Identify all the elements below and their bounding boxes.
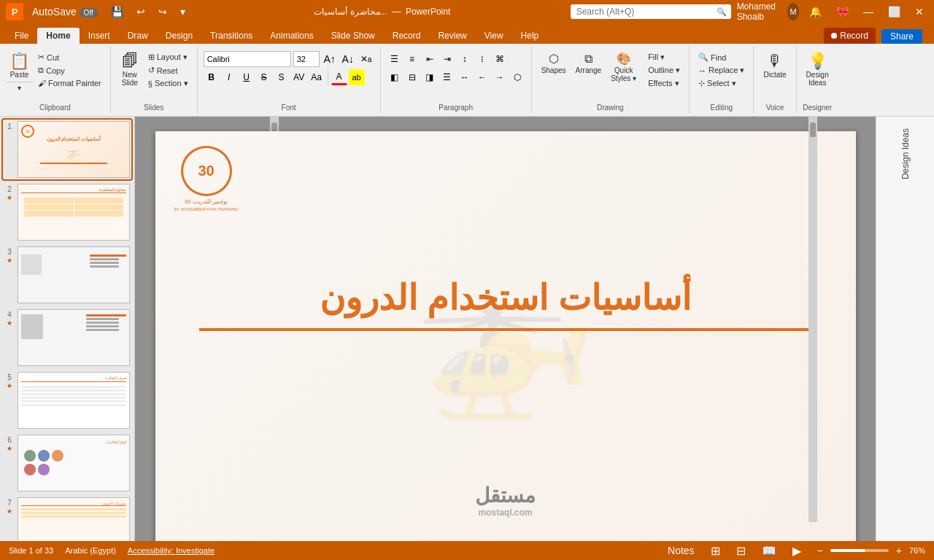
layout-button[interactable]: ⊞ Layout ▾ <box>145 51 191 63</box>
font-color-button[interactable]: A <box>331 69 347 85</box>
font-size-input[interactable] <box>293 51 320 67</box>
arrange-icon: ⧉ <box>584 53 593 65</box>
undo-button[interactable]: ↩ <box>132 4 150 19</box>
decrease-font-button[interactable]: A↓ <box>340 51 356 67</box>
tab-animations[interactable]: Animations <box>261 28 322 44</box>
slides-panel[interactable]: 1 أساسيات استخدام الدرون 🚁 30 2★ محتوى ا… <box>0 117 135 541</box>
convert-to-smartart-button[interactable]: ⬡ <box>509 69 525 85</box>
customize-qat-button[interactable]: ▾ <box>176 4 190 19</box>
slide-sorter-button[interactable]: ⊟ <box>732 542 750 559</box>
zoom-out-button[interactable]: − <box>813 543 827 558</box>
tab-transitions[interactable]: Transitions <box>201 28 261 44</box>
record-button-header[interactable]: Record <box>824 28 876 44</box>
smart-art-button[interactable]: ⌘ <box>492 51 508 67</box>
slide-item-3[interactable]: 3★ <box>3 245 131 305</box>
decrease-indent-button[interactable]: ⇤ <box>422 51 438 67</box>
new-slide-button[interactable]: 🗐 NewSlide <box>117 51 143 89</box>
share-button[interactable]: Share <box>881 29 922 44</box>
notification-button[interactable]: 🔔 <box>805 4 826 19</box>
user-name: Mohamed Shoaib <box>737 1 782 22</box>
justify-button[interactable]: ☰ <box>439 69 455 85</box>
rtl-button[interactable]: ← <box>474 69 490 85</box>
increase-font-button[interactable]: A↑ <box>322 51 338 67</box>
tab-insert[interactable]: Insert <box>80 28 119 44</box>
zoom-slider[interactable] <box>830 549 889 552</box>
design-ideas-button[interactable]: 💡 DesignIdeas <box>803 51 833 89</box>
shape-fill-button[interactable]: Fill ▾ <box>645 51 683 63</box>
align-right-button[interactable]: ◨ <box>422 69 438 85</box>
design-ideas-panel-button[interactable]: Design Ideas <box>898 122 914 185</box>
shapes-button[interactable]: ⬡ Shapes <box>538 51 570 77</box>
slide-item-6[interactable]: 6★ أنواع الطائرات <box>3 433 131 493</box>
slide-item-1[interactable]: 1 أساسيات استخدام الدرون 🚁 30 <box>3 120 131 179</box>
dictate-button[interactable]: 🎙 Dictate <box>760 51 790 81</box>
underline-button[interactable]: U <box>239 69 255 85</box>
tab-design[interactable]: Design <box>157 28 201 44</box>
tab-home[interactable]: Home <box>37 28 79 44</box>
tab-review[interactable]: Review <box>429 28 475 44</box>
tab-help[interactable]: Help <box>512 28 548 44</box>
line-spacing-button[interactable]: ↕ <box>457 51 473 67</box>
arrange-button[interactable]: ⧉ Arrange <box>572 51 606 77</box>
zoom-in-button[interactable]: + <box>892 543 906 558</box>
tab-view[interactable]: View <box>476 28 512 44</box>
zoom-controls: − + 76% <box>813 543 925 558</box>
bold-button[interactable]: B <box>204 69 220 85</box>
search-input[interactable] <box>571 4 731 19</box>
increase-indent-button[interactable]: ⇥ <box>439 51 455 67</box>
tab-draw[interactable]: Draw <box>119 28 157 44</box>
font-name-input[interactable] <box>204 51 291 67</box>
text-direction-button[interactable]: ↔ <box>457 69 473 85</box>
paragraph-group-label: Paragraph <box>381 104 531 112</box>
cut-button[interactable]: ✂ Cut <box>35 51 104 63</box>
paste-button[interactable]: 📋 Paste <box>6 51 33 81</box>
paste-dropdown[interactable]: ▾ <box>15 83 24 93</box>
slide-item-4[interactable]: 4★ <box>3 308 131 368</box>
restore-button[interactable]: ⬜ <box>884 4 905 19</box>
ltr-button[interactable]: → <box>492 69 508 85</box>
normal-view-button[interactable]: ⊞ <box>706 542 725 559</box>
change-case-button[interactable]: Aa <box>309 69 325 85</box>
copy-button[interactable]: ⧉ Copy <box>35 64 104 77</box>
highlight-button[interactable]: ab <box>349 69 365 85</box>
tab-record[interactable]: Record <box>384 28 430 44</box>
slide-item-2[interactable]: 2★ محتوى المحاضرة <box>3 182 131 242</box>
italic-button[interactable]: I <box>221 69 237 85</box>
replace-button[interactable]: ↔ Replace ▾ <box>695 64 747 77</box>
clear-format-button[interactable]: ✕a <box>358 51 374 67</box>
notes-button[interactable]: Notes <box>663 543 699 558</box>
minimize-button[interactable]: — <box>859 4 878 19</box>
format-painter-button[interactable]: 🖌 Format Painter <box>35 77 104 89</box>
save-button[interactable]: 💾 <box>107 4 128 19</box>
slide-item-7[interactable]: 7★ مميزات الدرون <box>3 496 131 541</box>
quick-styles-button[interactable]: 🎨 QuickStyles ▾ <box>607 51 640 85</box>
align-left-button[interactable]: ◧ <box>387 69 403 85</box>
char-spacing-button[interactable]: AV <box>291 69 307 85</box>
select-button[interactable]: ⊹ Select ▾ <box>695 77 747 90</box>
slide-item-5[interactable]: 5★ تعريف الطائرة <box>3 370 131 430</box>
shape-outline-button[interactable]: Outline ▾ <box>645 64 683 77</box>
ribbon-display-button[interactable]: 🎀 <box>832 4 853 19</box>
reset-button[interactable]: ↺ Reset <box>145 64 191 77</box>
reading-view-button[interactable]: 📖 <box>757 542 781 559</box>
find-button[interactable]: 🔍 Find <box>695 51 747 63</box>
tab-file[interactable]: File <box>6 28 37 44</box>
tab-slideshow[interactable]: Slide Show <box>323 28 384 44</box>
text-shadow-button[interactable]: S <box>274 69 290 85</box>
columns-button[interactable]: ⫶ <box>474 51 490 67</box>
align-center-button[interactable]: ⊟ <box>404 69 420 85</box>
shape-effects-button[interactable]: Effects ▾ <box>645 77 683 90</box>
strikethrough-button[interactable]: S <box>256 69 272 85</box>
section-button[interactable]: § Section ▾ <box>145 77 191 90</box>
accessibility-label[interactable]: Accessibility: Investigate <box>128 546 215 555</box>
numbering-button[interactable]: ≡ <box>404 51 420 67</box>
redo-button[interactable]: ↪ <box>154 4 171 19</box>
right-scroll[interactable] <box>808 117 817 522</box>
shapes-icon: ⬡ <box>549 53 559 65</box>
slide-thumb-7: مميزات الدرون <box>18 497 130 541</box>
voice-group-label: Voice <box>754 104 795 112</box>
close-button[interactable]: ✕ <box>911 4 928 19</box>
slideshow-button[interactable]: ▶ <box>788 542 806 559</box>
autosave-toggle[interactable]: AutoSave Off <box>28 4 102 19</box>
bullets-button[interactable]: ☰ <box>387 51 403 67</box>
